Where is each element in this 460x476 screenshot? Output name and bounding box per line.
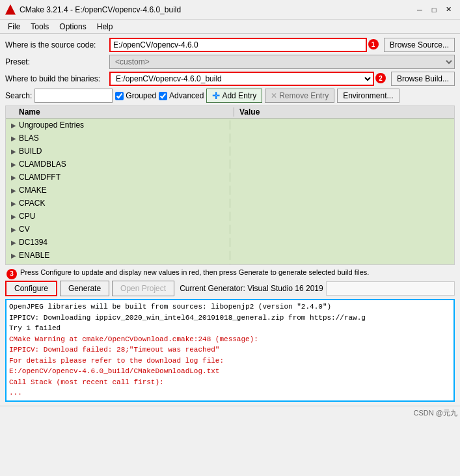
row-name: ▶ CV: [6, 225, 230, 234]
log-line: For details please refer to the download…: [9, 356, 451, 367]
advanced-check-label[interactable]: Advanced: [159, 91, 204, 100]
row-name: ▶ BUILD: [6, 147, 230, 156]
menu-file[interactable]: File: [3, 21, 25, 33]
source-label: Where is the source code:: [5, 40, 109, 49]
menu-options[interactable]: Options: [54, 21, 91, 33]
row-name: ▶ CLAMDFFT: [6, 173, 230, 182]
table-body: ▶ Ungrouped Entries ▶ BLAS ▶ BUILD ▶ CLA…: [6, 119, 454, 265]
log-line: E:/openCV/opencv-4.6.0_build/CMakeDownlo…: [9, 366, 451, 377]
expand-arrow-icon: ▶: [11, 239, 16, 246]
generate-button[interactable]: Generate: [60, 281, 109, 296]
table-row[interactable]: ▶ DC1394: [6, 236, 454, 249]
current-generator-text: Current Generator: Visual Studio 16 2019: [180, 284, 323, 293]
browse-source-button[interactable]: Browse Source...: [384, 38, 455, 52]
table-row[interactable]: ▶ Ungrouped Entries: [6, 119, 454, 132]
row-name: ▶ DC1394: [6, 238, 230, 247]
browse-build-button[interactable]: Browse Build...: [391, 72, 455, 86]
log-line: IPPICV: Downloading ippicv_2020_win_inte…: [9, 313, 451, 324]
log-line: OpenJPEG libraries will be built from so…: [9, 301, 451, 313]
row-name: ▶ CLAMDBLAS: [6, 160, 230, 169]
remove-entry-button[interactable]: ✕ Remove Entry: [265, 89, 334, 103]
menubar: File Tools Options Help: [0, 20, 460, 34]
row-name: ▶ GSTREAMER: [6, 264, 230, 265]
menu-help[interactable]: Help: [92, 21, 118, 33]
window-title: CMake 3.21.4 - E:/openCV/opencv-4.6.0_bu…: [20, 5, 413, 14]
advanced-label: Advanced: [169, 91, 204, 100]
log-line: IPPICV: Download failed: 28;"Timeout was…: [9, 344, 451, 356]
expand-arrow-icon: ▶: [11, 226, 16, 233]
row-name: ▶ CMAKE: [6, 186, 230, 195]
close-button[interactable]: ✕: [442, 3, 455, 16]
grouped-label: Grouped: [126, 91, 156, 100]
bottom-bar: CSDN @元九: [0, 406, 460, 420]
binary-input[interactable]: E:/openCV/opencv-4.6.0_build: [109, 72, 374, 86]
column-value-header: Value: [234, 107, 454, 117]
log-area: OpenJPEG libraries will be built from so…: [5, 299, 455, 402]
menu-tools[interactable]: Tools: [25, 21, 54, 33]
expand-arrow-icon: ▶: [11, 148, 16, 155]
add-entry-button[interactable]: ✛ Add Entry: [206, 89, 262, 103]
row-name: ▶ BLAS: [6, 133, 230, 143]
entries-table: Name Value ▶ Ungrouped Entries ▶ BLAS ▶ …: [5, 105, 455, 265]
grouped-checkbox[interactable]: [115, 92, 124, 100]
titlebar: CMake 3.21.4 - E:/openCV/opencv-4.6.0_bu…: [0, 0, 460, 20]
table-row[interactable]: ▶ GSTREAMER: [6, 262, 454, 265]
window-controls: ─ □ ✕: [413, 3, 455, 16]
plus-icon: ✛: [212, 91, 220, 101]
grouped-check-label[interactable]: Grouped: [115, 91, 156, 100]
expand-arrow-icon: ▶: [11, 252, 16, 259]
add-entry-label: Add Entry: [222, 91, 256, 100]
row-name: ▶ CPU: [6, 212, 230, 221]
table-row[interactable]: ▶ ENABLE: [6, 249, 454, 262]
watermark: CSDN @元九: [414, 408, 457, 418]
expand-arrow-icon: ▶: [11, 174, 16, 181]
table-row[interactable]: ▶ CLAMDBLAS: [6, 158, 454, 171]
table-header: Name Value: [6, 106, 454, 119]
badge-3: 3: [7, 269, 17, 279]
remove-entry-label: Remove Entry: [279, 91, 329, 100]
expand-arrow-icon: ▶: [11, 135, 16, 142]
app-icon: [5, 5, 16, 15]
source-input[interactable]: [109, 38, 367, 52]
table-row[interactable]: ▶ CPU: [6, 210, 454, 223]
environment-button[interactable]: Environment...: [337, 89, 399, 103]
expand-arrow-icon: ▶: [11, 213, 16, 220]
column-name-header: Name: [6, 107, 234, 117]
log-line: Try 1 failed: [9, 323, 451, 334]
log-line: ...: [9, 387, 451, 399]
expand-arrow-icon: ▶: [11, 122, 16, 129]
open-project-button[interactable]: Open Project: [112, 281, 174, 296]
generator-input[interactable]: [326, 281, 455, 296]
expand-arrow-icon: ▶: [11, 200, 16, 207]
table-row[interactable]: ▶ CLAMDFFT: [6, 171, 454, 184]
binary-row: Where to build the binaries: E:/openCV/o…: [5, 72, 455, 86]
row-name: ▶ ENABLE: [6, 251, 230, 260]
main-content: Where is the source code: 1 Browse Sourc…: [0, 34, 460, 406]
configure-button[interactable]: Configure: [5, 281, 57, 296]
table-row[interactable]: ▶ BLAS: [6, 132, 454, 145]
preset-label: Preset:: [5, 57, 109, 66]
status-text-area: 3 Press Configure to update and display …: [5, 268, 455, 278]
table-row[interactable]: ▶ CMAKE: [6, 184, 454, 197]
row-name: ▶ Ungrouped Entries: [6, 120, 230, 130]
binary-label: Where to build the binaries:: [5, 74, 109, 83]
expand-arrow-icon: ▶: [11, 161, 16, 168]
search-label: Search:: [5, 91, 32, 100]
expand-arrow-icon: ▶: [11, 187, 16, 194]
table-row[interactable]: ▶ BUILD: [6, 145, 454, 158]
table-row[interactable]: ▶ CV: [6, 223, 454, 236]
preset-row: Preset: <custom>: [5, 55, 455, 69]
x-icon: ✕: [271, 91, 277, 100]
log-line: CMake Warning at cmake/OpenCVDownload.cm…: [9, 334, 451, 345]
preset-select[interactable]: <custom>: [109, 55, 455, 69]
maximize-button[interactable]: □: [427, 3, 440, 16]
log-line: Call Stack (most recent call first):: [9, 377, 451, 388]
action-buttons-row: Configure Generate Open Project Current …: [5, 281, 455, 296]
source-row: Where is the source code: 1 Browse Sourc…: [5, 38, 455, 52]
badge-1: 1: [368, 39, 379, 49]
table-row[interactable]: ▶ CPACK: [6, 197, 454, 210]
advanced-checkbox[interactable]: [159, 92, 167, 100]
minimize-button[interactable]: ─: [413, 3, 426, 16]
expand-arrow-icon: ▶: [11, 265, 16, 266]
search-input[interactable]: [34, 89, 113, 103]
